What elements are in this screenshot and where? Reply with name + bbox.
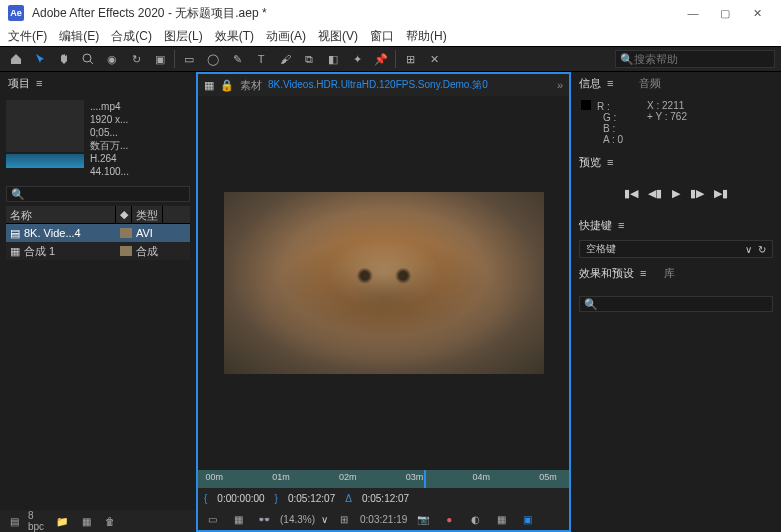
zoom-tool-icon[interactable] xyxy=(78,49,98,69)
panel-menu-icon[interactable]: ≡ xyxy=(607,156,613,168)
menu-window[interactable]: 窗口 xyxy=(370,28,394,45)
new-comp-icon[interactable]: ▦ xyxy=(76,511,96,531)
separator xyxy=(174,50,175,68)
project-row[interactable]: ▦ 合成 1 合成 xyxy=(6,242,190,260)
shortcut-dropdown[interactable]: 空格键∨↻ xyxy=(579,240,773,258)
out-bracket-icon[interactable]: } xyxy=(275,493,278,504)
menu-view[interactable]: 视图(V) xyxy=(318,28,358,45)
help-search[interactable]: 🔍 xyxy=(615,50,775,68)
close-button[interactable]: ✕ xyxy=(741,7,773,20)
project-tab[interactable]: 项目≡ xyxy=(0,72,196,94)
safe-icon[interactable]: ⊞ xyxy=(334,509,354,529)
puppet-tool-icon[interactable]: 📌 xyxy=(371,49,391,69)
menu-file[interactable]: 文件(F) xyxy=(8,28,47,45)
shortcut-tab[interactable]: 快捷键 xyxy=(579,218,612,233)
home-icon[interactable] xyxy=(6,49,26,69)
separator xyxy=(395,50,396,68)
project-search[interactable]: 🔍 xyxy=(6,186,190,202)
selection-tool-icon[interactable] xyxy=(30,49,50,69)
first-frame-button[interactable]: ▮◀ xyxy=(624,187,638,200)
bpc-toggle[interactable]: 8 bpc xyxy=(28,511,48,531)
new-folder-icon[interactable]: 📁 xyxy=(52,511,72,531)
menu-animation[interactable]: 动画(A) xyxy=(266,28,306,45)
transparency-icon[interactable]: ▦ xyxy=(491,509,511,529)
mask-icon[interactable]: 👓 xyxy=(254,509,274,529)
snapshot-icon[interactable]: 📷 xyxy=(413,509,433,529)
viewer-canvas[interactable] xyxy=(198,96,569,470)
orbit-tool-icon[interactable]: ◉ xyxy=(102,49,122,69)
preview-tab[interactable]: 预览 xyxy=(579,155,601,170)
snap-icon[interactable]: ⊞ xyxy=(400,49,420,69)
pen-tool-icon[interactable]: ✎ xyxy=(227,49,247,69)
svg-point-0 xyxy=(83,54,91,62)
res-icon[interactable]: ▭ xyxy=(202,509,222,529)
crosshair-icon: + xyxy=(647,111,653,122)
grid-icon[interactable]: ▦ xyxy=(228,509,248,529)
reset-icon[interactable]: ↻ xyxy=(758,244,766,255)
maximize-button[interactable]: ▢ xyxy=(709,7,741,20)
anchor-tool-icon[interactable]: ▣ xyxy=(150,49,170,69)
col-type[interactable]: 类型 xyxy=(132,206,163,223)
prev-frame-button[interactable]: ◀▮ xyxy=(648,187,662,200)
menu-effect[interactable]: 效果(T) xyxy=(215,28,254,45)
info-tab[interactable]: 信息 xyxy=(579,76,601,91)
footage-icon: ▤ xyxy=(10,227,20,240)
audio-tab[interactable]: 音频 xyxy=(639,76,661,91)
playhead-icon[interactable] xyxy=(424,470,426,488)
col-tag[interactable]: ◆ xyxy=(116,206,132,223)
interpret-icon[interactable]: ▤ xyxy=(4,511,24,531)
lock-icon[interactable]: 🔒 xyxy=(220,79,234,92)
current-tc[interactable]: 0:03:21:19 xyxy=(360,514,407,525)
eraser-tool-icon[interactable]: ◧ xyxy=(323,49,343,69)
viewer-menu-icon[interactable]: ▦ xyxy=(204,79,214,92)
toolbar: ◉ ↻ ▣ ▭ ◯ ✎ T 🖌 ⧉ ◧ ✦ 📌 ⊞ ✕ 🔍 xyxy=(0,46,781,72)
panel-menu-icon[interactable]: ≡ xyxy=(618,219,624,231)
tick: 05m xyxy=(539,472,557,482)
out-tc[interactable]: 0:05:12:07 xyxy=(288,493,335,504)
in-bracket-icon[interactable]: { xyxy=(204,493,207,504)
shape-tool-icon[interactable]: ▭ xyxy=(179,49,199,69)
search-icon: 🔍 xyxy=(584,298,598,311)
ellipse-tool-icon[interactable]: ◯ xyxy=(203,49,223,69)
tag-icon xyxy=(120,246,132,256)
rotate-tool-icon[interactable]: ↻ xyxy=(126,49,146,69)
close-icon[interactable]: » xyxy=(557,79,563,91)
panel-menu-icon[interactable]: ≡ xyxy=(640,267,646,279)
library-tab[interactable]: 库 xyxy=(664,266,675,281)
play-button[interactable]: ▶ xyxy=(672,187,680,200)
menu-help[interactable]: 帮助(H) xyxy=(406,28,447,45)
panel-menu-icon[interactable]: ≡ xyxy=(607,77,613,89)
menu-composition[interactable]: 合成(C) xyxy=(111,28,152,45)
roto-tool-icon[interactable]: ✦ xyxy=(347,49,367,69)
footage-thumbnail xyxy=(6,100,84,152)
panel-menu-icon[interactable]: ≡ xyxy=(36,77,42,89)
help-search-input[interactable] xyxy=(634,53,770,65)
project-row[interactable]: ▤ 8K. Vide...4 AVI xyxy=(6,224,190,242)
effects-search-input[interactable] xyxy=(598,299,768,310)
exposure-icon[interactable]: ◐ xyxy=(465,509,485,529)
brush-tool-icon[interactable]: 🖌 xyxy=(275,49,295,69)
project-footer: ▤ 8 bpc 📁 ▦ 🗑 xyxy=(0,510,196,532)
view-icon[interactable]: ▣ xyxy=(517,509,537,529)
align-icon[interactable]: ✕ xyxy=(424,49,444,69)
col-name[interactable]: 名称 xyxy=(6,206,116,223)
in-tc[interactable]: 0:00:00:00 xyxy=(217,493,264,504)
text-tool-icon[interactable]: T xyxy=(251,49,271,69)
menu-edit[interactable]: 编辑(E) xyxy=(59,28,99,45)
viewer-timebar[interactable]: 00m 01m 02m 03m 04m 05m xyxy=(198,470,569,488)
project-panel: 项目≡ ....mp4 1920 x... 0;05... 数百万... H.2… xyxy=(0,72,196,532)
window-title: Adobe After Effects 2020 - 无标题项目.aep * xyxy=(32,5,677,22)
last-frame-button[interactable]: ▶▮ xyxy=(714,187,728,200)
menu-layer[interactable]: 图层(L) xyxy=(164,28,203,45)
search-icon: 🔍 xyxy=(11,188,25,201)
project-search-input[interactable] xyxy=(25,189,185,200)
trash-icon[interactable]: 🗑 xyxy=(100,511,120,531)
effects-search[interactable]: 🔍 xyxy=(579,296,773,312)
hand-tool-icon[interactable] xyxy=(54,49,74,69)
minimize-button[interactable]: — xyxy=(677,7,709,19)
clone-tool-icon[interactable]: ⧉ xyxy=(299,49,319,69)
effects-tab[interactable]: 效果和预设 xyxy=(579,266,634,281)
channels-icon[interactable]: ● xyxy=(439,509,459,529)
zoom-value[interactable]: (14.3%) xyxy=(280,514,315,525)
next-frame-button[interactable]: ▮▶ xyxy=(690,187,704,200)
